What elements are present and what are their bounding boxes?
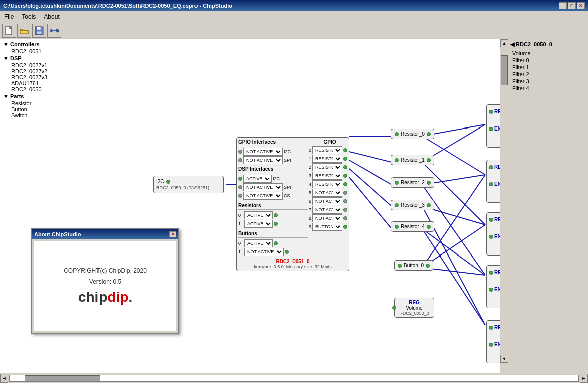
- scroll-thumb[interactable]: [501, 55, 508, 85]
- maximize-button[interactable]: □: [568, 2, 576, 9]
- right-item-filter2[interactable]: Filter 2: [510, 71, 586, 78]
- gpio-right-select-7[interactable]: NOT ACTIVE: [312, 206, 342, 214]
- h-scroll-thumb[interactable]: [25, 375, 100, 381]
- filter-1-en-port: [489, 182, 493, 186]
- res-select-0[interactable]: ACTIVE: [244, 211, 273, 219]
- right-panel: ◀ RDC2_0050_0 Volume Filter 0 Filter 1 F…: [508, 39, 588, 373]
- chipdip-logo: chipdip.: [78, 289, 132, 305]
- open-button[interactable]: [17, 24, 31, 38]
- gpio-right-port-9: 9 BUTTON: [312, 223, 347, 231]
- gpio-dsp-node[interactable]: GPIO Interfaces NOT ACTIVE I2C NOT ACTIV…: [236, 137, 349, 271]
- menu-file[interactable]: File: [0, 12, 18, 21]
- dsp-select-cs[interactable]: NOT ACTIVE: [243, 192, 283, 200]
- dsp-select-spi[interactable]: NOT ACTIVE: [243, 183, 283, 191]
- gpio-right-select-9[interactable]: BUTTON: [312, 223, 342, 231]
- volume-sub: RDC2_0050_0: [396, 311, 432, 316]
- filter-3-box[interactable]: REG Type Equalizer Frequency 4000 Hz EN …: [486, 265, 500, 308]
- tree-item-rdc2-0027v3[interactable]: RDC2_0027v3: [1, 74, 74, 80]
- svg-rect-6: [37, 31, 42, 34]
- gpio-interfaces-title: GPIO Interfaces: [238, 139, 308, 146]
- filter-0-box[interactable]: REG Type Bass Shelf Frequency 120 Hz EN …: [486, 104, 500, 148]
- gpio-right-select-1[interactable]: RESISTOR: [312, 155, 342, 163]
- collapse-dsp-icon: ▼: [3, 55, 10, 61]
- right-item-filter4[interactable]: Filter 4: [510, 85, 586, 92]
- chip-text: chip: [78, 289, 108, 305]
- title-text: C:\Users\oleg.tetushkin\Documents\RDC2-0…: [3, 3, 232, 9]
- btn-select-1[interactable]: NOT ACTIVE: [244, 248, 284, 256]
- filter-1-footer: Filter 1RDC2_0050_0: [489, 189, 500, 200]
- vertical-scrollbar[interactable]: ▲ ▼: [500, 39, 508, 373]
- tree-item-adau1761[interactable]: ADAU1761: [1, 80, 74, 86]
- right-item-filter1[interactable]: Filter 1: [510, 64, 586, 71]
- about-title-text: About ChipStudio: [34, 231, 81, 237]
- right-item-filter3[interactable]: Filter 3: [510, 78, 586, 85]
- scroll-up-button[interactable]: ▲: [500, 39, 508, 47]
- dot-text: .: [128, 289, 132, 305]
- gpio-right-select-2[interactable]: RESISTOR: [312, 163, 342, 171]
- scroll-left-button[interactable]: ◄: [0, 374, 8, 383]
- tree-item-resistor[interactable]: Resistor: [1, 100, 74, 106]
- gpio-right-port-1: 1 RESISTOR: [312, 155, 347, 163]
- tree-parts-section: ▼ Parts: [1, 92, 74, 100]
- filter-4-bw-row: EN Bandwidth: [489, 341, 500, 348]
- btn-select-0[interactable]: ACTIVE: [244, 239, 273, 247]
- filter-2-reg-row: REG Type Equalizer: [489, 216, 500, 223]
- filter-2-reg-port: [489, 218, 493, 222]
- right-item-filter0[interactable]: Filter 0: [510, 57, 586, 64]
- gpio-right-port-0: 0 RESISTOR: [312, 146, 347, 154]
- right-item-volume[interactable]: Volume: [510, 50, 586, 57]
- close-button[interactable]: ✕: [577, 2, 585, 9]
- menu-bar: File Tools About: [0, 11, 588, 22]
- res-select-1[interactable]: ACTIVE: [244, 220, 273, 228]
- new-button[interactable]: [2, 24, 16, 38]
- dsp-select-i2c[interactable]: ACTIVE: [243, 175, 272, 183]
- svg-line-18: [422, 162, 485, 225]
- gpio-select-1[interactable]: NOT ACTIVE: [243, 156, 283, 164]
- filter-4-box[interactable]: REG Type Treble Shelf Frequency 8 kHz EN…: [486, 320, 500, 363]
- tree-item-rdc2-0027v2[interactable]: RDC2_0027v2: [1, 68, 74, 74]
- tree-dsp-section: ▼ DSP: [1, 54, 74, 62]
- resistor-4-node[interactable]: Resistor_4: [391, 221, 434, 232]
- btn-port-0: 0 ACTIVE: [238, 239, 308, 247]
- filter-0-bw-row: EN Bandwidth: [489, 125, 500, 133]
- resistor-0-node[interactable]: Resistor_0: [391, 129, 434, 139]
- menu-tools[interactable]: Tools: [18, 12, 40, 21]
- resistor-1-label: Resistor_1: [401, 157, 425, 163]
- button-0-node[interactable]: Button_0: [394, 260, 433, 271]
- tree-item-switch[interactable]: Switch: [1, 112, 74, 118]
- filter-4-freq-row: Frequency 8 kHz: [489, 332, 500, 340]
- tree-item-button[interactable]: Button: [1, 106, 74, 112]
- horizontal-scrollbar[interactable]: ◄ ►: [0, 373, 588, 383]
- buttons-title: Buttons: [238, 231, 308, 238]
- resistor-2-port-in: [395, 181, 399, 185]
- scroll-right-button[interactable]: ►: [580, 374, 588, 383]
- resistor-3-node[interactable]: Resistor_3: [391, 200, 434, 210]
- about-content: COPYRIGHT(c) ChipDip, 2020 Version: 0.5 …: [34, 241, 176, 331]
- about-close-button[interactable]: ✕: [169, 231, 176, 237]
- gpio-right-select-5[interactable]: NOT ACTIVE: [312, 189, 342, 197]
- resistor-1-node[interactable]: Resistor_1: [391, 155, 434, 165]
- filter-3-reg-port: [489, 271, 493, 275]
- connect-button[interactable]: [47, 24, 61, 38]
- save-button[interactable]: [32, 24, 46, 38]
- gpio-select-0[interactable]: NOT ACTIVE: [243, 148, 283, 156]
- menu-about[interactable]: About: [40, 12, 63, 21]
- gpio-right-select-4[interactable]: RESISTOR: [312, 180, 342, 188]
- gpio-right-select-0[interactable]: RESISTOR: [312, 146, 342, 154]
- volume-node[interactable]: REG Volume RDC2_0050_0: [394, 298, 434, 318]
- tree-item-rdc2-0051[interactable]: RDC2_0051: [1, 48, 74, 54]
- minimize-button[interactable]: ─: [559, 2, 567, 9]
- filter-2-box[interactable]: REG Type Equalizer Frequency 1000 Hz EN …: [486, 212, 500, 256]
- scroll-down-button[interactable]: ▼: [500, 355, 508, 363]
- filter-1-box[interactable]: REG Type Equalizer Frequency 400 Hz EN B…: [486, 160, 500, 203]
- resistor-4-label: Resistor_4: [401, 224, 425, 229]
- gpio-right-select-3[interactable]: RESISTOR: [312, 172, 342, 180]
- tree-item-rdc2-0027v1[interactable]: RDC2_0027v1: [1, 62, 74, 68]
- resistor-2-node[interactable]: Resistor_2: [391, 177, 434, 188]
- gpio-right-select-6[interactable]: NOT ACTIVE: [312, 197, 342, 205]
- gpio-right-select-8[interactable]: NOT ACTIVE: [312, 214, 342, 222]
- controller-node[interactable]: I2C RDC2_0050_0 (TAS3251): [153, 176, 224, 193]
- tree-item-rdc2-0050[interactable]: RDC2_0050: [1, 86, 74, 92]
- filter-4-reg-row: REG Type Treble Shelf: [489, 324, 500, 331]
- resistor-0-port-out: [427, 132, 431, 136]
